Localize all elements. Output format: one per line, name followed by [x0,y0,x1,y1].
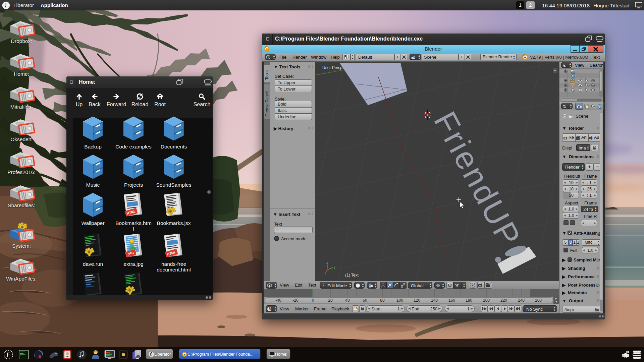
svg-text:(1) Text: (1) Text [345,273,359,278]
svg-text:y: y [334,265,335,269]
svg-text:z: z [326,261,328,264]
svg-text:User Persp: User Persp [322,65,342,70]
svg-text:+: + [554,68,556,72]
svg-text:F: F [7,352,10,358]
